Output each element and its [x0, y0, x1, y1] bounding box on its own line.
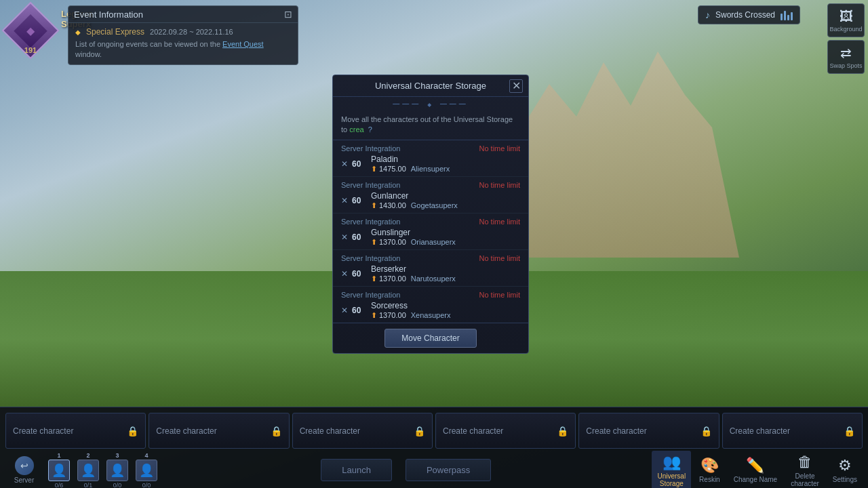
bottom-center-buttons: Launch Powerpass: [163, 459, 649, 481]
character-entry-2: Server Integration No time limit ✕ 60 Gu…: [333, 214, 528, 250]
notice-help-icon[interactable]: ?: [368, 125, 372, 134]
char-level: 60: [352, 232, 367, 242]
nav-icon-symbol: 🗑: [797, 453, 812, 471]
char-time-limit: No time limit: [479, 144, 520, 152]
nav-icon-symbol: ✏️: [746, 457, 764, 474]
nav-icon-universal-storage[interactable]: 👥 UniversalStorage: [652, 451, 691, 489]
nav-icon-symbol: 👥: [663, 453, 681, 471]
nav-icon-symbol: ⚙: [838, 457, 852, 474]
nav-char-0[interactable]: 1 👤 0/6: [45, 451, 73, 489]
character-nav-tabs: 1 👤 0/6 2 👤 0/1 3 👤 0/0 4 👤 0/0: [45, 451, 160, 489]
char-class-icon: ✕: [341, 159, 348, 169]
nav-icon-reskin[interactable]: 🎨 Reskin: [694, 454, 726, 486]
ilvl-icon: ⬆: [371, 274, 377, 283]
lock-icon: 🔒: [701, 426, 712, 436]
notice-text: Move all the characters out of the Unive…: [341, 115, 513, 134]
modal-ornament: ─── ⬥ ───: [333, 97, 528, 110]
char-num: 1: [57, 452, 60, 459]
char-class: Paladin: [371, 155, 450, 164]
char-name: Orianasuperx: [411, 238, 456, 246]
char-server-row: Server Integration No time limit: [341, 218, 520, 226]
char-server-label: Server Integration: [341, 181, 400, 189]
char-server-row: Server Integration No time limit: [341, 291, 520, 299]
char-server-row: Server Integration No time limit: [341, 254, 520, 262]
event-close-button[interactable]: ⊡: [284, 9, 292, 20]
char-portrait-icon: 👤: [52, 463, 66, 478]
powerpass-button[interactable]: Powerpass: [406, 459, 491, 481]
event-row: ◆ Special Express 2022.09.28 ~ 2022.11.1…: [75, 27, 291, 37]
char-slot-0[interactable]: Create character 🔒: [5, 413, 146, 449]
character-entry-1: Server Integration No time limit ✕ 60 Gu…: [333, 177, 528, 214]
launch-button[interactable]: Launch: [321, 459, 392, 481]
bar-1: [781, 14, 783, 20]
char-server-row: Server Integration No time limit: [341, 181, 520, 189]
char-info-row: ✕ 60 Berserker ⬆ 1370.00 Narutosuperx: [341, 264, 520, 283]
char-ilvl: 1370.00: [379, 238, 406, 246]
bottom-bar: Create character 🔒 Create character 🔒 Cr…: [0, 407, 868, 488]
bar-3: [787, 15, 789, 20]
character-entry-4: Server Integration No time limit ✕ 60 So…: [333, 287, 528, 323]
nav-icon-label: UniversalStorage: [657, 472, 686, 487]
char-slot-4[interactable]: Create character 🔒: [578, 413, 719, 449]
char-num: 2: [86, 452, 90, 459]
char-details: Gunlancer ⬆ 1430.00 Gogetasuperx: [371, 191, 458, 210]
char-portrait-icon: 👤: [110, 463, 125, 478]
nav-icon-delete-character[interactable]: 🗑 Deletecharacter: [785, 451, 825, 489]
char-portrait: 👤: [136, 460, 157, 481]
char-server-label: Server Integration: [341, 254, 400, 262]
character-entry-3: Server Integration No time limit ✕ 60 Be…: [333, 250, 528, 287]
char-slot-label: Create character: [443, 426, 503, 436]
character-storage-modal: Universal Character Storage ✕ ─── ⬥ ─── …: [332, 75, 529, 354]
char-info-row: ✕ 60 Gunlancer ⬆ 1430.00 Gogetasuperx: [341, 191, 520, 210]
char-server-label: Server Integration: [341, 144, 400, 152]
music-title: Swords Crossed: [715, 10, 775, 20]
char-class-icon: ✕: [341, 306, 348, 315]
event-desc-end: window.: [75, 50, 102, 58]
char-slot-2[interactable]: Create character 🔒: [292, 413, 433, 449]
char-class-icon: ✕: [341, 196, 348, 205]
modal-header: Universal Character Storage ✕: [333, 75, 528, 97]
notice-create-link[interactable]: crea: [349, 125, 363, 134]
nav-icon-label: Change Name: [734, 476, 777, 483]
nav-icon-change-name[interactable]: ✏️ Change Name: [728, 454, 783, 486]
char-name: Narutosuperx: [411, 274, 456, 283]
player-badge: ◆ 191 Legtera Superx: [3, 3, 58, 58]
char-num: 4: [144, 452, 148, 459]
char-slot-1[interactable]: Create character 🔒: [149, 413, 289, 449]
move-character-button[interactable]: Move Character: [384, 329, 476, 348]
music-note-icon: ♪: [705, 9, 710, 20]
char-server-label: Server Integration: [341, 291, 400, 299]
nav-char-3[interactable]: 4 👤 0/0: [133, 451, 160, 489]
nav-char-1[interactable]: 2 👤 0/1: [75, 451, 102, 489]
background-button[interactable]: 🖼 Background: [827, 3, 865, 37]
char-portrait: 👤: [48, 460, 70, 481]
char-ilvl-row: ⬆ 1370.00 Xenasuperx: [371, 311, 450, 320]
char-info-row: ✕ 60 Sorceress ⬆ 1370.00 Xenasuperx: [341, 301, 520, 320]
nav-char-2[interactable]: 3 👤 0/0: [104, 451, 131, 489]
modal-close-button[interactable]: ✕: [509, 79, 523, 93]
char-ilvl: 1430.00: [379, 201, 406, 209]
lock-icon: 🔒: [127, 426, 138, 436]
event-quest-link[interactable]: Event Quest: [222, 40, 264, 48]
swap-spots-button[interactable]: ⇄ Swap Spots: [827, 40, 865, 74]
char-slot-5[interactable]: Create character 🔒: [722, 413, 863, 449]
char-slot-label: Create character: [730, 426, 790, 436]
char-ilvl-row: ⬆ 1370.00 Narutosuperx: [371, 274, 456, 283]
event-title: Event Information: [74, 9, 143, 20]
music-bars: [781, 9, 793, 20]
modal-notice: Move all the characters out of the Unive…: [333, 110, 528, 140]
music-player[interactable]: ♪ Swords Crossed: [698, 5, 800, 24]
char-slot-3[interactable]: Create character 🔒: [435, 413, 576, 449]
lock-icon: 🔒: [414, 426, 425, 436]
char-ilvl: 1370.00: [379, 311, 406, 319]
ilvl-icon: ⬆: [371, 238, 377, 247]
event-body: ◆ Special Express 2022.09.28 ~ 2022.11.1…: [68, 23, 298, 64]
bottom-right-nav: 👥 UniversalStorage 🎨 Reskin ✏️ Change Na…: [652, 451, 863, 489]
nav-icon-settings[interactable]: ⚙ Settings: [827, 454, 863, 486]
character-list: Server Integration No time limit ✕ 60 Pa…: [333, 140, 528, 323]
char-time-limit: No time limit: [479, 291, 520, 299]
modal-footer: Move Character: [333, 323, 528, 353]
nav-icon-symbol: 🎨: [701, 457, 719, 474]
char-time-limit: No time limit: [479, 254, 520, 262]
char-details: Gunslinger ⬆ 1370.00 Orianasuperx: [371, 228, 456, 247]
